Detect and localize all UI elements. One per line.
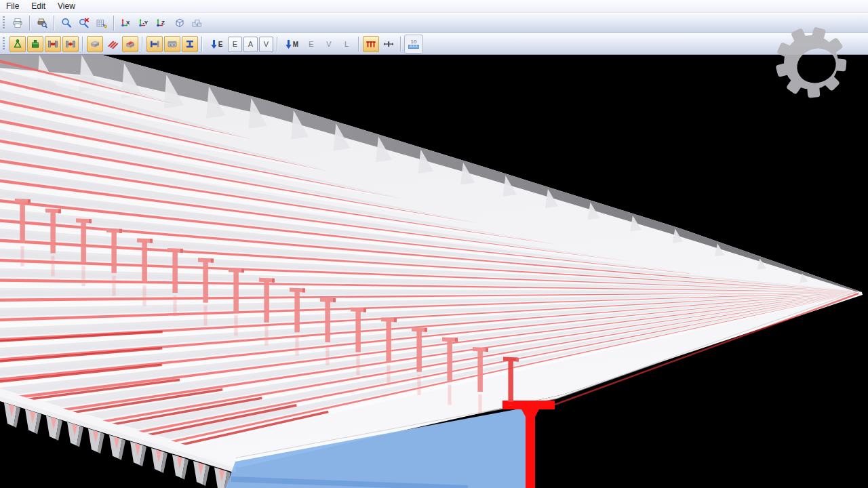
sort-e-button[interactable]: E bbox=[206, 36, 226, 52]
bearing-a-icon bbox=[47, 39, 58, 49]
view-x-icon: X bbox=[120, 18, 132, 28]
slab-icon bbox=[90, 39, 100, 49]
menu-view[interactable]: View bbox=[52, 1, 81, 12]
svg-text:-Y: -Y bbox=[142, 20, 149, 26]
toolbar-model: E E A V M E V bbox=[0, 33, 868, 55]
i-section-icon bbox=[184, 39, 195, 49]
zoom-cancel-icon bbox=[79, 18, 90, 28]
app-window: File Edit View bbox=[0, 0, 868, 488]
menu-bar: File Edit View bbox=[0, 0, 868, 13]
toggle-studs-button[interactable] bbox=[363, 36, 379, 52]
print-preview-icon bbox=[37, 18, 47, 28]
toolbar-standard: X -Y Z bbox=[0, 13, 868, 33]
isometric-view-button[interactable] bbox=[171, 15, 187, 31]
toggle-deck-panel-button[interactable] bbox=[164, 36, 180, 52]
show-a-button[interactable]: A bbox=[243, 37, 258, 52]
print-button[interactable] bbox=[9, 15, 26, 31]
toggle-bearing-a-button[interactable] bbox=[45, 36, 61, 52]
view-neg-y-button[interactable]: -Y bbox=[136, 15, 152, 31]
viewport-3d[interactable] bbox=[0, 0, 868, 488]
zoom-icon bbox=[61, 18, 72, 28]
zoom-button[interactable] bbox=[58, 15, 75, 31]
toolbar-grip[interactable] bbox=[1, 16, 6, 30]
menu-file[interactable]: File bbox=[0, 1, 25, 12]
show-m-l-button[interactable]: L bbox=[338, 36, 355, 52]
view-x-button[interactable]: X bbox=[118, 15, 134, 31]
header: File Edit View bbox=[0, 0, 868, 55]
zoom-window-icon bbox=[96, 18, 107, 28]
separator bbox=[400, 37, 401, 52]
toggle-slab-rebar-button[interactable] bbox=[122, 36, 138, 52]
show-e-button[interactable]: E bbox=[228, 37, 242, 52]
gear-logo bbox=[758, 12, 868, 114]
view-z-button[interactable]: Z bbox=[153, 15, 170, 31]
show-m-v-button[interactable]: V bbox=[321, 36, 337, 52]
dimension-icon bbox=[383, 39, 394, 49]
separator bbox=[201, 37, 203, 52]
svg-text:Z: Z bbox=[161, 20, 165, 26]
toggle-blocks-button[interactable] bbox=[27, 36, 43, 52]
toggle-slab-button[interactable] bbox=[87, 36, 103, 52]
separator bbox=[113, 16, 115, 30]
view-z-icon: Z bbox=[155, 18, 167, 28]
toggle-bearing-b-button[interactable] bbox=[62, 36, 79, 52]
slab-rebar-icon bbox=[125, 39, 136, 49]
toggle-supports-button[interactable] bbox=[9, 36, 26, 52]
toolbar-grip[interactable] bbox=[1, 37, 6, 51]
separator bbox=[54, 16, 55, 30]
view-neg-y-icon: -Y bbox=[138, 18, 150, 28]
girder-side-icon bbox=[149, 39, 160, 49]
separator bbox=[29, 16, 31, 30]
down-arrow-icon bbox=[285, 39, 292, 49]
print-setup-button[interactable] bbox=[34, 15, 50, 31]
studs-icon bbox=[366, 39, 376, 49]
menu-edit[interactable]: Edit bbox=[25, 1, 52, 12]
perspective-view-button[interactable] bbox=[189, 15, 205, 31]
show-v-button[interactable]: V bbox=[259, 37, 273, 52]
printer-icon bbox=[12, 18, 23, 28]
separator bbox=[277, 37, 278, 52]
down-arrow-icon bbox=[210, 39, 218, 49]
perspective-view-icon bbox=[191, 18, 202, 28]
scale-10-button[interactable]: 10 bbox=[404, 35, 423, 54]
toggle-rebar-button[interactable] bbox=[104, 36, 121, 52]
separator bbox=[82, 37, 83, 52]
anchor-block-icon bbox=[30, 39, 41, 49]
toggle-girder-button[interactable] bbox=[146, 36, 163, 52]
zoom-window-button[interactable] bbox=[94, 15, 110, 31]
deck-panel-icon bbox=[167, 39, 178, 49]
zoom-cancel-button[interactable] bbox=[76, 15, 92, 31]
rebar-icon bbox=[107, 39, 118, 49]
separator bbox=[358, 37, 359, 52]
bearing-b-icon bbox=[65, 39, 76, 49]
support-icon bbox=[12, 39, 23, 49]
toggle-i-section-button[interactable] bbox=[182, 36, 198, 52]
ruler-icon bbox=[408, 45, 419, 49]
separator bbox=[142, 37, 143, 52]
show-m-e-button[interactable]: E bbox=[303, 36, 319, 52]
svg-text:X: X bbox=[126, 20, 130, 26]
isometric-view-icon bbox=[174, 18, 184, 28]
toggle-dimension-button[interactable] bbox=[380, 36, 397, 52]
sort-m-button[interactable]: M bbox=[281, 36, 302, 52]
